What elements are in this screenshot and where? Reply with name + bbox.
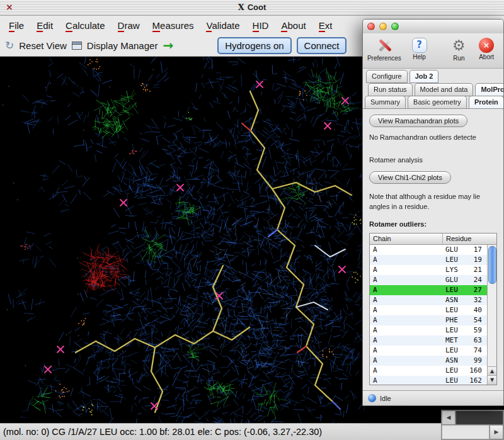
- table-row[interactable]: ALYS21: [370, 265, 487, 275]
- cell-residue: LEU74: [442, 346, 487, 356]
- connect-button[interactable]: Connect: [297, 37, 347, 54]
- table-row[interactable]: AASN32: [370, 295, 487, 305]
- tab-configure[interactable]: Configure: [366, 70, 408, 83]
- close-traffic-light[interactable]: [367, 23, 375, 30]
- run-button[interactable]: ⚙Run: [445, 37, 472, 62]
- table-row[interactable]: APHE54: [370, 315, 487, 325]
- tab-job-2[interactable]: Job 2: [410, 70, 439, 83]
- window-title-text: Coot: [248, 3, 266, 12]
- go-arrow-icon[interactable]: →: [163, 39, 173, 52]
- preferences-button[interactable]: Preferences: [367, 37, 402, 62]
- cell-residue: LEU40: [442, 305, 487, 315]
- column-header-residue[interactable]: Residue: [442, 234, 487, 244]
- abort-button[interactable]: ×Abort: [472, 37, 501, 60]
- cell-chain: A: [370, 325, 442, 336]
- preferences-label: Preferences: [367, 55, 402, 62]
- tab-model-and-data[interactable]: Model and data: [415, 83, 474, 96]
- display-manager-button[interactable]: Display Manager: [87, 40, 158, 51]
- table-row[interactable]: ALEU74: [370, 346, 487, 356]
- abort-icon: ×: [479, 38, 494, 53]
- scroll-down-button[interactable]: ▼: [488, 375, 496, 385]
- residue-name: GLU: [445, 245, 458, 255]
- tab-molprobit[interactable]: MolProbit: [475, 83, 503, 96]
- residue-name: LEU: [445, 366, 458, 376]
- reset-view-icon[interactable]: ↻: [5, 39, 14, 52]
- residue-name: LEU: [445, 255, 458, 265]
- menu-ext[interactable]: Ext: [312, 18, 339, 33]
- menu-calculate[interactable]: Calculate: [59, 18, 112, 33]
- cell-chain: A: [370, 305, 442, 315]
- scroll-up-button[interactable]: ▲: [488, 366, 496, 376]
- display-manager-icon[interactable]: [72, 42, 82, 50]
- residue-name: PHE: [445, 315, 458, 325]
- cell-residue: LEU19: [442, 255, 487, 265]
- view-ramachandran-plots-button[interactable]: View Ramachandran plots: [369, 115, 467, 127]
- scroll-down-icon: ▼: [490, 377, 494, 383]
- table-scrollbar[interactable]: ▲ ▼: [487, 245, 496, 385]
- tab-protein[interactable]: Protein: [469, 96, 503, 109]
- atom-status-text: (mol. no: 0) CG /1/A/27 LEU occ: 1.00 bf…: [3, 427, 322, 437]
- table-row[interactable]: ALEU59: [370, 325, 487, 336]
- menu-about[interactable]: About: [275, 18, 312, 33]
- column-header-chain[interactable]: Chain: [370, 234, 442, 244]
- residue-number: 99: [474, 356, 482, 366]
- tab-summary[interactable]: Summary: [365, 96, 406, 109]
- table-header: Chain Residue: [370, 234, 496, 245]
- cell-residue: LEU162: [442, 376, 487, 385]
- question-icon: ?: [412, 38, 427, 53]
- table-row[interactable]: ALEU40: [370, 305, 487, 315]
- residue-name: LEU: [445, 346, 458, 356]
- corner-scroll-widget: ◀ ▶: [441, 410, 504, 440]
- coot-titlebar[interactable]: × XCoot: [0, 0, 504, 16]
- scroll-right-icon: ▶: [495, 429, 499, 435]
- menu-mnemonic: C: [66, 20, 72, 32]
- cell-residue: ASN99: [442, 356, 487, 366]
- menu-measures[interactable]: Measures: [146, 18, 200, 33]
- window-title: XCoot: [0, 3, 504, 12]
- phenix-titlebar[interactable]: [363, 20, 503, 34]
- cell-chain: A: [370, 356, 442, 366]
- reset-view-button[interactable]: Reset View: [19, 40, 67, 51]
- coot-status-bar: (mol. no: 0) CG /1/A/27 LEU occ: 1.00 bf…: [0, 423, 504, 440]
- minimize-traffic-light[interactable]: [379, 23, 387, 30]
- menu-mnemonic: F: [9, 20, 14, 32]
- table-row[interactable]: AASN99: [370, 356, 487, 366]
- zoom-traffic-light[interactable]: [391, 23, 399, 30]
- scrollbar-thumb[interactable]: [488, 246, 496, 284]
- scroll-left-icon: ◀: [447, 414, 451, 420]
- menu-mnemonic: M: [152, 20, 161, 32]
- scroll-left-button[interactable]: ◀: [442, 410, 455, 425]
- menu-mnemonic: A: [281, 20, 287, 32]
- hydrogens-on-button[interactable]: Hydrogens on: [217, 37, 291, 54]
- scroll-track-horizontal-2[interactable]: [442, 425, 490, 439]
- residue-number: 17: [474, 245, 482, 255]
- table-row[interactable]: ALEU19: [370, 255, 487, 265]
- table-row[interactable]: AGLU17: [370, 245, 487, 255]
- menu-draw[interactable]: Draw: [112, 18, 146, 33]
- menu-validate[interactable]: Validate: [200, 18, 246, 33]
- table-row[interactable]: ALEU160: [370, 366, 487, 376]
- tab-basic-geometry[interactable]: Basic geometry: [408, 96, 467, 109]
- scroll-right-button[interactable]: ▶: [490, 425, 503, 439]
- abort-label: Abort: [472, 54, 501, 60]
- residue-name: LEU: [445, 325, 458, 336]
- help-button[interactable]: ?Help: [402, 37, 437, 60]
- cell-residue: LEU160: [442, 366, 487, 376]
- table-row[interactable]: AGLU24: [370, 275, 487, 285]
- menu-edit[interactable]: Edit: [30, 18, 59, 33]
- scroll-track-horizontal[interactable]: [455, 410, 503, 425]
- tab-run-status[interactable]: Run status: [368, 83, 413, 96]
- residue-name: LYS: [445, 265, 458, 275]
- table-row-selected[interactable]: ALEU27: [370, 285, 487, 295]
- rotamer-note-line2: angles in a residue.: [369, 201, 497, 212]
- menu-hid[interactable]: HID: [246, 18, 275, 33]
- menu-mnemonic: H: [253, 20, 260, 32]
- view-chi1-chi2-plots-button[interactable]: View Chi1-Chi2 plots: [369, 171, 451, 184]
- cell-chain: A: [370, 295, 442, 305]
- menu-file[interactable]: File: [3, 18, 30, 33]
- gear-icon: ⚙: [445, 37, 472, 54]
- tabs-run-model-molprobity: Run statusModel and dataMolProbit: [368, 83, 503, 97]
- table-row[interactable]: AMET63: [370, 336, 487, 346]
- table-row[interactable]: ALEU162: [370, 376, 487, 385]
- cell-residue: LYS21: [442, 265, 487, 275]
